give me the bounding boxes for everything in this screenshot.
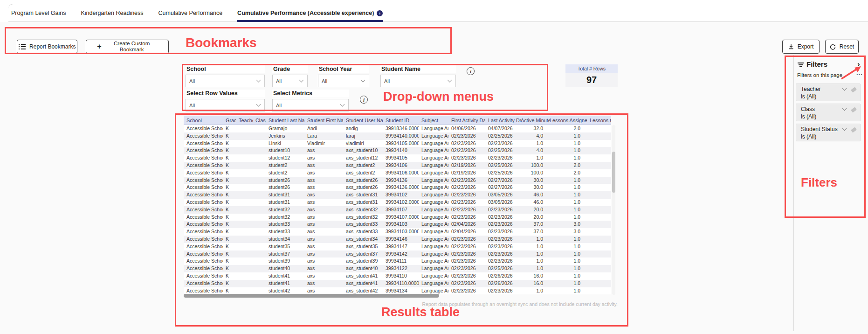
column-header[interactable]: Class: [253, 116, 266, 125]
table-row[interactable]: Accessible SchoolKJenkinsLaralaraj399341…: [184, 132, 611, 140]
table-cell: 02/23/2026: [485, 221, 521, 228]
column-header[interactable]: Student ID: [383, 116, 419, 125]
info-icon[interactable]: i: [377, 10, 383, 16]
table-row[interactable]: Accessible SchoolKstudent2axsaxs_student…: [184, 169, 611, 177]
table-cell: K: [223, 154, 236, 162]
table-cell: 1.0: [521, 257, 550, 265]
table-row[interactable]: Accessible SchoolKstudent34axsaxs_studen…: [184, 236, 611, 243]
column-header[interactable]: Lessons Assigned: [550, 116, 587, 125]
info-icon[interactable]: i: [360, 96, 368, 104]
column-header[interactable]: Student First Name: [304, 116, 343, 125]
table-cell: axs: [304, 250, 343, 258]
table-row[interactable]: Accessible SchoolKstudent37axsaxs_studen…: [184, 250, 611, 258]
table-row[interactable]: Accessible SchoolKstudent26axsaxs_studen…: [184, 184, 611, 191]
table-cell: [587, 287, 611, 295]
table-cell: [587, 206, 611, 214]
table-cell: K: [223, 162, 236, 169]
table-row[interactable]: Accessible SchoolKstudent31axsaxs_studen…: [184, 199, 611, 206]
table-row[interactable]: Accessible SchoolKstudent31axsaxs_studen…: [184, 191, 611, 199]
table-cell: 1.0: [521, 236, 550, 243]
table-cell: 1.0: [550, 191, 587, 199]
table-row[interactable]: Accessible SchoolKstudent33axsaxs_studen…: [184, 228, 611, 236]
table-row[interactable]: Accessible SchoolKstudent2axsaxs_student…: [184, 162, 611, 169]
export-button[interactable]: Export: [782, 40, 820, 54]
table-row[interactable]: Accessible SchoolKstudent42axsaxs_studen…: [184, 287, 611, 295]
table-cell: axs_student39: [343, 257, 383, 265]
table-row[interactable]: Accessible SchoolKstudent33axsaxs_studen…: [184, 221, 611, 228]
reset-button[interactable]: Reset: [825, 40, 859, 54]
table-cell: K: [223, 177, 236, 184]
table-cell: Language Arts: [419, 177, 448, 184]
table-cell: andig: [343, 125, 383, 132]
vertical-scrollbar[interactable]: [612, 125, 615, 295]
table-row[interactable]: Accessible SchoolKstudent32axsaxs_studen…: [184, 214, 611, 221]
vertical-scrollbar-thumb[interactable]: [612, 152, 615, 193]
more-options-icon[interactable]: ...: [856, 70, 863, 77]
create-custom-bookmark-label: Create Custom Bookmark: [106, 41, 158, 53]
column-header[interactable]: Subject: [419, 116, 448, 125]
report-bookmarks-label: Report Bookmarks: [29, 43, 76, 50]
table-cell: Accessible School: [184, 125, 223, 132]
tab-cumulative-performance-accessible[interactable]: Cumulative Performance (Accessible exper…: [237, 4, 383, 22]
table-cell: axs: [304, 169, 343, 177]
filter-card-student-status[interactable]: Student Statusis (All): [796, 124, 861, 141]
column-header[interactable]: Student Last Name: [266, 116, 304, 125]
filters-on-this-page-label: Filters on this page: [797, 72, 842, 78]
table-cell: Accessible School: [184, 272, 223, 280]
school-year-slicer-dropdown[interactable]: All: [318, 75, 369, 87]
table-cell: K: [223, 191, 236, 199]
table-cell: Language Arts: [419, 250, 448, 258]
chevron-right-icon[interactable]: ›: [857, 60, 860, 69]
column-header[interactable]: Grade: [223, 116, 236, 125]
table-row[interactable]: Accessible SchoolKLinskiVladimirvladimir…: [184, 140, 611, 147]
table-cell: [253, 140, 266, 147]
column-header[interactable]: Last Activity Date: [485, 116, 521, 125]
export-label: Export: [798, 43, 814, 50]
table-cell: axs: [304, 206, 343, 214]
table-cell: 02/23/2026: [485, 228, 521, 236]
table-cell: student33: [266, 221, 304, 228]
table-cell: 02/23/2026: [448, 199, 485, 206]
column-header[interactable]: Active Minutes: [521, 116, 550, 125]
table-row[interactable]: Accessible SchoolKstudent10axsaxs_studen…: [184, 147, 611, 154]
select-row-values-dropdown[interactable]: All: [186, 99, 265, 111]
table-row[interactable]: Accessible SchoolKstudent12axsaxs_studen…: [184, 154, 611, 162]
table-row[interactable]: Accessible SchoolKstudent26axsaxs_studen…: [184, 177, 611, 184]
table-cell: axs_student37: [343, 250, 383, 258]
tab-program-level-gains[interactable]: Program Level Gains: [11, 4, 66, 22]
table-row[interactable]: Accessible SchoolKstudent32axsaxs_studen…: [184, 206, 611, 214]
report-bookmarks-button[interactable]: Report Bookmarks: [17, 40, 77, 54]
table-cell: 02/23/2026: [448, 177, 485, 184]
table-row[interactable]: Accessible SchoolKstudent41axsaxs_studen…: [184, 272, 611, 280]
select-metrics-dropdown[interactable]: All: [272, 99, 349, 111]
table-cell: 39934142: [383, 250, 419, 258]
table-cell: laraj: [343, 132, 383, 140]
table-cell: 04/07/2026: [485, 125, 521, 132]
table-header-row: SchoolGradeTeacherClassStudent Last Name…: [184, 116, 611, 125]
tab-cumulative-performance[interactable]: Cumulative Performance: [158, 4, 223, 22]
column-header[interactable]: Lessons Cor: [587, 116, 611, 125]
table-cell: student32: [266, 206, 304, 214]
table-row[interactable]: Accessible SchoolKstudent40axsaxs_studen…: [184, 265, 611, 272]
table-row[interactable]: Accessible SchoolKstudent39axsaxs_studen…: [184, 257, 611, 265]
column-header[interactable]: Teacher: [236, 116, 253, 125]
create-custom-bookmark-button[interactable]: + Create Custom Bookmark: [86, 40, 169, 54]
table-row[interactable]: Accessible SchoolKstudent35axsaxs_studen…: [184, 243, 611, 250]
student-name-slicer-dropdown[interactable]: All: [380, 75, 456, 87]
column-header[interactable]: First Activity Date: [448, 116, 485, 125]
info-icon[interactable]: i: [467, 67, 475, 75]
filter-card-teacher[interactable]: Teacheris (All): [796, 84, 861, 101]
table-cell: axs: [304, 243, 343, 250]
table-row[interactable]: Accessible SchoolKstudent41axsaxs_studen…: [184, 280, 611, 287]
table-cell: 30.0: [521, 177, 550, 184]
horizontal-scrollbar-thumb[interactable]: [184, 294, 439, 298]
table-cell: 1.0: [550, 250, 587, 258]
filter-card-class[interactable]: Classis (All): [796, 104, 861, 121]
column-header[interactable]: School: [184, 116, 223, 125]
grade-slicer-dropdown[interactable]: All: [272, 75, 308, 87]
table-row[interactable]: Accessible SchoolKGramajoAndiandig399183…: [184, 125, 611, 132]
tab-kindergarten-readiness[interactable]: Kindergarten Readiness: [81, 4, 143, 22]
school-slicer-dropdown[interactable]: All: [186, 75, 265, 87]
column-header[interactable]: Student User Name: [343, 116, 383, 125]
table-cell: axs: [304, 221, 343, 228]
